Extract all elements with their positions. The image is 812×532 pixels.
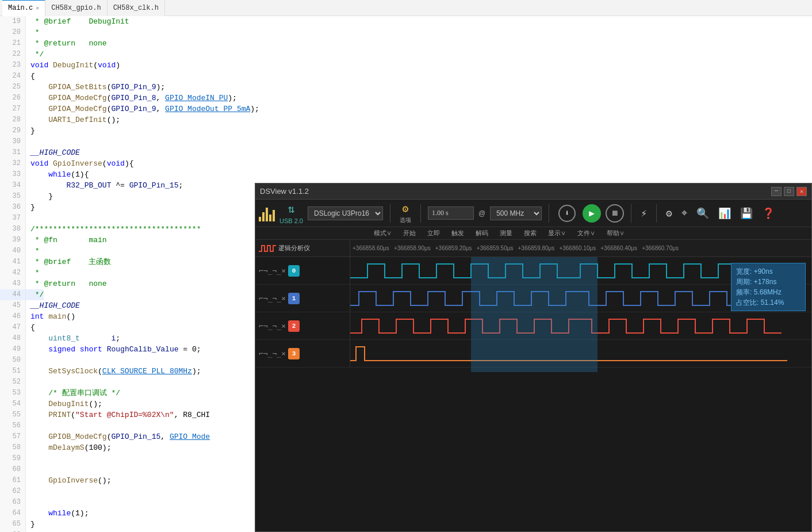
options-label: 选项 [400,216,411,224]
code-line-23: 23 void DebugInit(void) [0,60,812,71]
close-button[interactable]: ✕ [796,187,807,196]
code-line-20: 20 * [0,27,812,38]
tick-7: +366860.70μs [642,245,679,251]
code-line-32: 32 void GpioInverse(void){ [0,158,812,169]
help-label[interactable]: 帮助∨ [607,229,625,238]
tab-label-gpio: CH58x_gpio.h [51,4,101,12]
logo-bars [259,205,275,221]
wave-icon-1: ⌐¬_¬_× [259,294,286,303]
period-label: 周期: [736,278,754,286]
search-label[interactable]: 搜索 [524,229,537,238]
code-line-24: 24 { [0,71,812,82]
tab-label-main-c: Main.c [8,4,33,12]
maximize-button[interactable]: □ [784,187,794,196]
signal-badge-0: 0 [288,265,300,277]
signal-row-0: ⌐¬_¬_× 0 [255,257,811,285]
tick-3: +366859.50μs [477,245,514,251]
search-button[interactable]: 🔍 [694,206,711,221]
tab-ch58x-clk-h[interactable]: CH58x_clk.h [108,0,165,16]
code-line-31: 31 __HIGH_CODE [0,147,812,158]
signal-wave-3 [350,340,811,367]
freq-select[interactable]: 500 MHz [490,206,542,220]
logo-bar-3 [266,208,268,221]
dsview-titlebar: DSView v1.1.2 ─ □ ✕ [255,183,811,200]
dsview-window: DSView v1.1.2 ─ □ ✕ ⇅ USB 2.0 DSLogic U3… [255,183,812,532]
tooltip-period: 周期: +178ns [736,277,800,287]
download-button[interactable]: ⬇ [556,204,578,223]
wave-icon-2: ⌐¬_¬_× [259,322,286,330]
minimize-button[interactable]: ─ [771,187,782,196]
code-line-33: 33 while(1){ [0,169,812,180]
tick-0: +366858.60μs [353,245,389,251]
signal-row-3: ⌐¬_¬_× 3 [255,340,811,368]
code-line-27: 27 GPIOA_ModeCfg(GPIO_Pin_9, GPIO_ModeOu… [0,104,812,114]
toolbar-sep-4 [631,204,631,223]
logic-analyzer-icon [259,243,276,254]
download-icon: ⬇ [558,205,576,222]
mode-label[interactable]: 模式∨ [374,229,392,238]
start-icon: ▶ [589,208,595,219]
stop-icon: ⏹ [611,209,619,218]
logo-bar-5 [273,210,275,221]
signal-rows-container: ⌐¬_¬_× 0 ⌐¬_¬_× 1 [255,257,811,530]
file-button[interactable]: 💾 [738,206,755,221]
options-button[interactable]: ⚙ 选项 [397,201,413,225]
window-controls: ─ □ ✕ [771,187,807,196]
signal-area: 逻辑分析仪 +366858.60μs +366858.90μs +366859.… [255,240,811,530]
tick-2: +366859.20μs [435,245,472,251]
code-line-21: 21 * @return none [0,38,812,49]
tab-ch58x-gpio-h[interactable]: CH58x_gpio.h [45,0,107,16]
stop-button[interactable]: ⏹ [606,204,624,223]
trigger-label[interactable]: 触发 [451,229,464,238]
wave-icon-3: ⌐¬_¬_× [259,349,286,358]
decode-label[interactable]: 解码 [476,229,488,238]
signal-label-cell: 逻辑分析仪 [255,240,350,257]
usb-icon: ⇅ [288,202,294,216]
tab-label-clk: CH58x_clk.h [113,4,159,12]
code-line-29: 29 } [0,125,812,136]
measure-button[interactable]: ⌖ [679,206,690,220]
signal-badge-1: 1 [288,293,300,304]
freq-value: 5.68MHz [754,288,782,296]
wave-icon-0: ⌐¬_¬_× [259,266,286,275]
help-button[interactable]: ❓ [760,206,777,221]
signal-info-1: ⌐¬_¬_× 1 [255,285,350,312]
tick-1: +366858.90μs [394,245,431,251]
signal-info-2: ⌐¬_¬_× 2 [255,312,350,339]
immediate-label[interactable]: 立即 [427,229,440,238]
code-line-25: 25 GPIOA_SetBits(GPIO_Pin_9); [0,82,812,93]
duty-label: 占空比: [736,298,761,307]
measure-label[interactable]: 测量 [500,229,512,238]
measure-icon: ⌖ [681,208,687,219]
display-button[interactable]: 📊 [716,206,733,221]
dsview-logo [259,205,275,221]
file-label[interactable]: 文件∨ [577,229,595,238]
start-button[interactable]: ▶ [583,204,601,223]
tooltip-width: 宽度: +90ns [736,266,800,277]
toolbar-sep-1 [390,204,390,223]
dsview-main-toolbar: ⇅ USB 2.0 DSLogic U3Pro16 ⚙ 选项 @ 500 MHz… [255,200,811,227]
width-label: 宽度: [736,267,754,275]
tab-main-c[interactable]: Main.c ✕ [2,0,45,16]
decode-button[interactable]: ⚙ [664,206,675,221]
signal-tooltip: 宽度: +90ns 周期: +178ns 频率: 5.68MHz 占空比: 51… [731,263,806,311]
time-input[interactable] [428,206,474,220]
toolbar-sep-3 [549,204,549,223]
options-icon: ⚙ [403,202,409,215]
device-section: ⇅ USB 2.0 [279,202,303,224]
signal-badge-2: 2 [288,320,300,332]
start-label[interactable]: 开始 [403,229,416,238]
signal-wave-2 [350,312,811,339]
search-icon: 🔍 [696,207,709,220]
toolbar-sep-5 [656,204,657,223]
signal-info-0: ⌐¬_¬_× 0 [255,257,350,284]
decode-icon: ⚙ [666,207,672,220]
display-label2[interactable]: 显示∨ [548,229,566,238]
trigger-button[interactable]: ⚡ [638,206,649,221]
tab-close-main-c[interactable]: ✕ [36,5,39,12]
tooltip-duty: 占空比: 51.14% [736,297,800,308]
device-select[interactable]: DSLogic U3Pro16 [308,206,383,220]
waveform-svg-3 [350,340,811,367]
freq-label: 频率: [736,288,754,296]
tick-6: +366860.40μs [600,245,637,251]
